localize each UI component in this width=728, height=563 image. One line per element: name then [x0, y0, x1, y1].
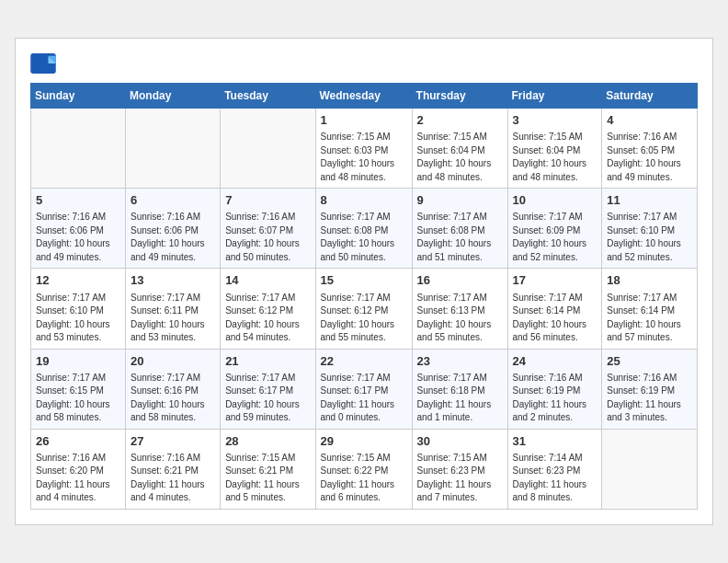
day-number: 28: [225, 433, 310, 450]
day-info: Sunrise: 7:16 AMSunset: 6:19 PMDaylight:…: [513, 372, 597, 425]
day-number: 21: [225, 353, 310, 370]
day-info: Sunrise: 7:17 AMSunset: 6:17 PMDaylight:…: [321, 372, 407, 425]
day-number: 2: [417, 112, 503, 129]
calendar-week-row: 5Sunrise: 7:16 AMSunset: 6:06 PMDaylight…: [31, 189, 698, 269]
day-number: 3: [513, 112, 597, 129]
day-number: 16: [417, 272, 503, 289]
day-info: Sunrise: 7:17 AMSunset: 6:14 PMDaylight:…: [607, 292, 692, 345]
calendar-day-9: 9Sunrise: 7:17 AMSunset: 6:08 PMDaylight…: [412, 189, 507, 269]
day-info: Sunrise: 7:17 AMSunset: 6:12 PMDaylight:…: [321, 292, 407, 345]
day-number: 12: [36, 272, 120, 289]
calendar-day-25: 25Sunrise: 7:16 AMSunset: 6:19 PMDayligh…: [602, 349, 698, 429]
day-info: Sunrise: 7:17 AMSunset: 6:16 PMDaylight:…: [131, 372, 215, 425]
calendar-day-14: 14Sunrise: 7:17 AMSunset: 6:12 PMDayligh…: [221, 269, 315, 349]
day-number: 22: [321, 353, 407, 370]
day-number: 26: [36, 433, 120, 450]
logo: [30, 53, 60, 74]
calendar-day-12: 12Sunrise: 7:17 AMSunset: 6:10 PMDayligh…: [31, 269, 126, 349]
calendar-day-3: 3Sunrise: 7:15 AMSunset: 6:04 PMDaylight…: [507, 109, 602, 189]
calendar-week-row: 19Sunrise: 7:17 AMSunset: 6:15 PMDayligh…: [31, 349, 698, 429]
calendar-day-empty: [125, 109, 220, 189]
day-number: 17: [513, 272, 597, 289]
calendar-day-2: 2Sunrise: 7:15 AMSunset: 6:04 PMDaylight…: [412, 109, 507, 189]
day-number: 14: [225, 272, 310, 289]
day-info: Sunrise: 7:16 AMSunset: 6:07 PMDaylight:…: [225, 211, 310, 264]
day-info: Sunrise: 7:15 AMSunset: 6:21 PMDaylight:…: [225, 452, 310, 505]
day-info: Sunrise: 7:15 AMSunset: 6:23 PMDaylight:…: [417, 452, 503, 505]
day-info: Sunrise: 7:17 AMSunset: 6:13 PMDaylight:…: [417, 292, 503, 345]
day-number: 11: [607, 192, 692, 209]
calendar-header: [30, 53, 698, 74]
day-number: 5: [36, 192, 120, 209]
weekday-header-row: SundayMondayTuesdayWednesdayThursdayFrid…: [31, 84, 698, 109]
day-number: 13: [131, 272, 215, 289]
day-info: Sunrise: 7:17 AMSunset: 6:15 PMDaylight:…: [36, 372, 120, 425]
day-number: 27: [131, 433, 215, 450]
day-number: 24: [513, 353, 597, 370]
day-info: Sunrise: 7:16 AMSunset: 6:05 PMDaylight:…: [607, 131, 692, 184]
day-number: 9: [417, 192, 503, 209]
day-number: 20: [131, 353, 215, 370]
calendar-day-26: 26Sunrise: 7:16 AMSunset: 6:20 PMDayligh…: [31, 429, 126, 509]
calendar-day-17: 17Sunrise: 7:17 AMSunset: 6:14 PMDayligh…: [507, 269, 602, 349]
day-info: Sunrise: 7:15 AMSunset: 6:03 PMDaylight:…: [321, 131, 407, 184]
day-number: 8: [321, 192, 407, 209]
calendar-day-4: 4Sunrise: 7:16 AMSunset: 6:05 PMDaylight…: [602, 109, 698, 189]
calendar-day-21: 21Sunrise: 7:17 AMSunset: 6:17 PMDayligh…: [221, 349, 315, 429]
calendar-week-row: 12Sunrise: 7:17 AMSunset: 6:10 PMDayligh…: [31, 269, 698, 349]
day-info: Sunrise: 7:15 AMSunset: 6:04 PMDaylight:…: [513, 131, 597, 184]
day-info: Sunrise: 7:17 AMSunset: 6:14 PMDaylight:…: [513, 292, 597, 345]
calendar-day-empty: [221, 109, 315, 189]
day-number: 15: [321, 272, 407, 289]
calendar-day-30: 30Sunrise: 7:15 AMSunset: 6:23 PMDayligh…: [412, 429, 507, 509]
calendar-week-row: 1Sunrise: 7:15 AMSunset: 6:03 PMDaylight…: [31, 109, 698, 189]
day-info: Sunrise: 7:16 AMSunset: 6:19 PMDaylight:…: [607, 372, 692, 425]
day-info: Sunrise: 7:16 AMSunset: 6:21 PMDaylight:…: [131, 452, 215, 505]
weekday-header-tuesday: Tuesday: [221, 84, 315, 109]
day-number: 18: [607, 272, 692, 289]
day-info: Sunrise: 7:17 AMSunset: 6:10 PMDaylight:…: [36, 292, 120, 345]
calendar-day-13: 13Sunrise: 7:17 AMSunset: 6:11 PMDayligh…: [125, 269, 220, 349]
calendar-day-7: 7Sunrise: 7:16 AMSunset: 6:07 PMDaylight…: [221, 189, 315, 269]
day-number: 1: [321, 112, 407, 129]
day-info: Sunrise: 7:17 AMSunset: 6:12 PMDaylight:…: [225, 292, 310, 345]
day-info: Sunrise: 7:15 AMSunset: 6:04 PMDaylight:…: [417, 131, 503, 184]
calendar-day-31: 31Sunrise: 7:14 AMSunset: 6:23 PMDayligh…: [507, 429, 602, 509]
weekday-header-wednesday: Wednesday: [315, 84, 412, 109]
calendar-day-16: 16Sunrise: 7:17 AMSunset: 6:13 PMDayligh…: [412, 269, 507, 349]
day-info: Sunrise: 7:17 AMSunset: 6:11 PMDaylight:…: [131, 292, 215, 345]
calendar-day-20: 20Sunrise: 7:17 AMSunset: 6:16 PMDayligh…: [125, 349, 220, 429]
day-info: Sunrise: 7:17 AMSunset: 6:17 PMDaylight:…: [225, 372, 310, 425]
day-number: 7: [225, 192, 310, 209]
day-info: Sunrise: 7:16 AMSunset: 6:06 PMDaylight:…: [131, 211, 215, 264]
calendar-day-1: 1Sunrise: 7:15 AMSunset: 6:03 PMDaylight…: [315, 109, 412, 189]
day-info: Sunrise: 7:16 AMSunset: 6:06 PMDaylight:…: [36, 211, 120, 264]
calendar-day-24: 24Sunrise: 7:16 AMSunset: 6:19 PMDayligh…: [507, 349, 602, 429]
calendar-container: SundayMondayTuesdayWednesdayThursdayFrid…: [15, 38, 713, 525]
calendar-day-29: 29Sunrise: 7:15 AMSunset: 6:22 PMDayligh…: [315, 429, 412, 509]
day-number: 4: [607, 112, 692, 129]
day-info: Sunrise: 7:17 AMSunset: 6:18 PMDaylight:…: [417, 372, 503, 425]
day-info: Sunrise: 7:16 AMSunset: 6:20 PMDaylight:…: [36, 452, 120, 505]
logo-icon: [30, 53, 56, 74]
day-number: 23: [417, 353, 503, 370]
day-number: 19: [36, 353, 120, 370]
day-info: Sunrise: 7:17 AMSunset: 6:10 PMDaylight:…: [607, 211, 692, 264]
calendar-day-22: 22Sunrise: 7:17 AMSunset: 6:17 PMDayligh…: [315, 349, 412, 429]
weekday-header-monday: Monday: [125, 84, 220, 109]
calendar-day-18: 18Sunrise: 7:17 AMSunset: 6:14 PMDayligh…: [602, 269, 698, 349]
day-info: Sunrise: 7:15 AMSunset: 6:22 PMDaylight:…: [321, 452, 407, 505]
day-number: 6: [131, 192, 215, 209]
calendar-day-10: 10Sunrise: 7:17 AMSunset: 6:09 PMDayligh…: [507, 189, 602, 269]
calendar-day-27: 27Sunrise: 7:16 AMSunset: 6:21 PMDayligh…: [125, 429, 220, 509]
day-info: Sunrise: 7:17 AMSunset: 6:09 PMDaylight:…: [513, 211, 597, 264]
day-number: 30: [417, 433, 503, 450]
calendar-day-23: 23Sunrise: 7:17 AMSunset: 6:18 PMDayligh…: [412, 349, 507, 429]
calendar-week-row: 26Sunrise: 7:16 AMSunset: 6:20 PMDayligh…: [31, 429, 698, 509]
calendar-day-empty: [602, 429, 698, 509]
weekday-header-sunday: Sunday: [31, 84, 126, 109]
calendar-day-15: 15Sunrise: 7:17 AMSunset: 6:12 PMDayligh…: [315, 269, 412, 349]
weekday-header-saturday: Saturday: [602, 84, 698, 109]
day-number: 31: [513, 433, 597, 450]
calendar-day-28: 28Sunrise: 7:15 AMSunset: 6:21 PMDayligh…: [221, 429, 315, 509]
